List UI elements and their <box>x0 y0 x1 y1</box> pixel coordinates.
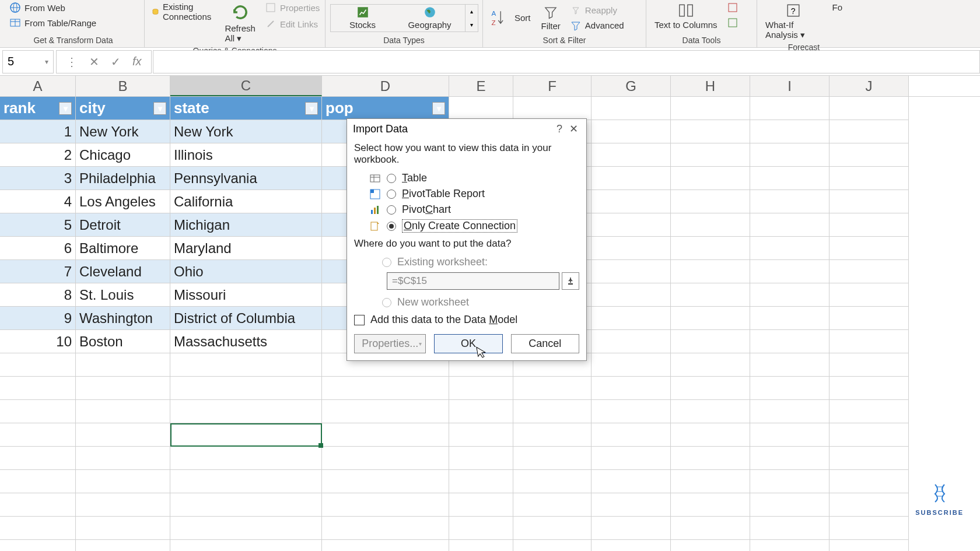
cell[interactable] <box>0 470 76 493</box>
cell[interactable]: Massachusetts <box>170 330 322 353</box>
cell[interactable] <box>671 167 750 190</box>
cell[interactable] <box>449 400 513 423</box>
cell[interactable] <box>750 283 830 307</box>
cell[interactable] <box>449 377 513 400</box>
cell[interactable] <box>671 143 750 167</box>
cell[interactable] <box>671 213 750 237</box>
cell[interactable] <box>671 330 750 353</box>
cell[interactable] <box>322 423 449 447</box>
cell[interactable]: District of Columbia <box>170 307 322 330</box>
cell[interactable] <box>592 167 671 190</box>
existing-connections-button[interactable]: Existing Connections <box>149 1 218 22</box>
cell[interactable] <box>671 447 750 470</box>
from-web-button[interactable]: From Web <box>7 1 68 14</box>
cell[interactable] <box>592 237 671 260</box>
cell[interactable] <box>592 213 671 237</box>
cell[interactable] <box>750 493 830 517</box>
cell[interactable] <box>592 283 671 307</box>
cell[interactable] <box>0 447 76 470</box>
cell[interactable] <box>449 517 513 540</box>
cell[interactable] <box>592 307 671 330</box>
cell[interactable] <box>830 517 909 540</box>
column-header-F[interactable]: F <box>513 76 592 96</box>
cell[interactable] <box>170 353 322 377</box>
cell[interactable]: 4 <box>0 190 76 213</box>
cell[interactable] <box>449 423 513 447</box>
cell[interactable] <box>592 493 671 517</box>
help-icon[interactable]: ? <box>552 123 566 135</box>
cell[interactable]: 7 <box>0 260 76 283</box>
cell[interactable] <box>830 400 909 423</box>
cell[interactable] <box>830 493 909 517</box>
cell[interactable]: Washington <box>76 307 170 330</box>
cell[interactable] <box>671 517 750 540</box>
column-header-B[interactable]: B <box>76 76 170 96</box>
cell[interactable] <box>76 540 170 551</box>
cell[interactable] <box>170 493 322 517</box>
cell[interactable] <box>750 540 830 551</box>
cell[interactable] <box>750 353 830 377</box>
cell[interactable] <box>322 377 449 400</box>
cell[interactable]: 8 <box>0 283 76 307</box>
cancel-button[interactable]: Cancel <box>511 334 579 353</box>
cell[interactable] <box>592 377 671 400</box>
flash-fill-button[interactable] <box>724 1 741 14</box>
column-header-A[interactable]: A <box>0 76 76 96</box>
cell[interactable] <box>592 330 671 353</box>
refresh-all-button[interactable]: Refresh All ▾ <box>221 1 259 45</box>
advanced-filter-button[interactable]: Advanced <box>568 19 626 32</box>
cell[interactable]: Cleveland <box>76 260 170 283</box>
cell[interactable]: Michigan <box>170 213 322 237</box>
cell[interactable] <box>830 97 909 120</box>
cell[interactable] <box>513 97 592 120</box>
table-header-city[interactable]: city▾ <box>76 97 170 120</box>
cell[interactable] <box>592 260 671 283</box>
cell[interactable] <box>513 377 592 400</box>
cell[interactable] <box>830 237 909 260</box>
cell[interactable] <box>170 447 322 470</box>
cell[interactable]: Los Angeles <box>76 190 170 213</box>
ok-button[interactable]: OK <box>434 334 502 353</box>
cell[interactable] <box>76 517 170 540</box>
column-header-G[interactable]: G <box>592 76 671 96</box>
column-header-I[interactable]: I <box>750 76 830 96</box>
table-header-rank[interactable]: rank▾ <box>0 97 76 120</box>
cell[interactable] <box>750 447 830 470</box>
cell[interactable] <box>830 190 909 213</box>
cell[interactable] <box>750 120 830 143</box>
column-header-H[interactable]: H <box>671 76 750 96</box>
cell[interactable] <box>76 423 170 447</box>
cell[interactable] <box>750 97 830 120</box>
cell[interactable] <box>830 377 909 400</box>
cell[interactable]: Pennsylvania <box>170 167 322 190</box>
cell[interactable] <box>592 190 671 213</box>
cell[interactable] <box>76 447 170 470</box>
cell[interactable] <box>750 190 830 213</box>
filter-dropdown-icon[interactable]: ▾ <box>153 102 166 115</box>
cell[interactable] <box>0 540 76 551</box>
cell[interactable]: Maryland <box>170 237 322 260</box>
cell[interactable] <box>322 493 449 517</box>
cell[interactable] <box>750 237 830 260</box>
cell[interactable] <box>830 470 909 493</box>
cell[interactable] <box>750 330 830 353</box>
cell[interactable] <box>830 353 909 377</box>
cell[interactable] <box>750 260 830 283</box>
filter-dropdown-icon[interactable]: ▾ <box>59 102 72 115</box>
cell[interactable]: 10 <box>0 330 76 353</box>
cell[interactable] <box>830 423 909 447</box>
cell[interactable] <box>592 97 671 120</box>
cell[interactable] <box>592 143 671 167</box>
sort-az-button[interactable]: AZ <box>488 8 508 29</box>
cell[interactable]: St. Louis <box>76 283 170 307</box>
cell[interactable] <box>592 400 671 423</box>
datatype-next[interactable]: ▾ <box>466 18 478 31</box>
cell[interactable] <box>0 377 76 400</box>
cell[interactable] <box>0 353 76 377</box>
cell[interactable] <box>322 447 449 470</box>
cell[interactable] <box>76 493 170 517</box>
cell[interactable] <box>592 120 671 143</box>
cell[interactable] <box>513 517 592 540</box>
cell[interactable] <box>513 423 592 447</box>
cell[interactable] <box>322 400 449 423</box>
